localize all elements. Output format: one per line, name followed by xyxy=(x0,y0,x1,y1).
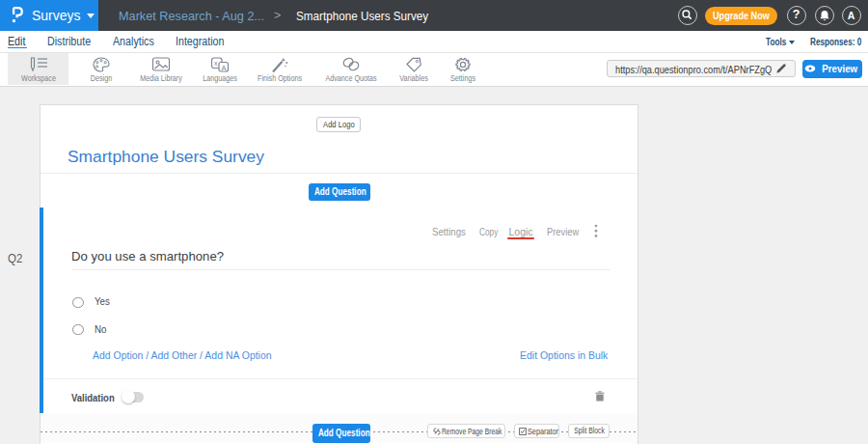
svg-text:A: A xyxy=(221,64,226,72)
svg-text:x: x xyxy=(214,60,218,67)
